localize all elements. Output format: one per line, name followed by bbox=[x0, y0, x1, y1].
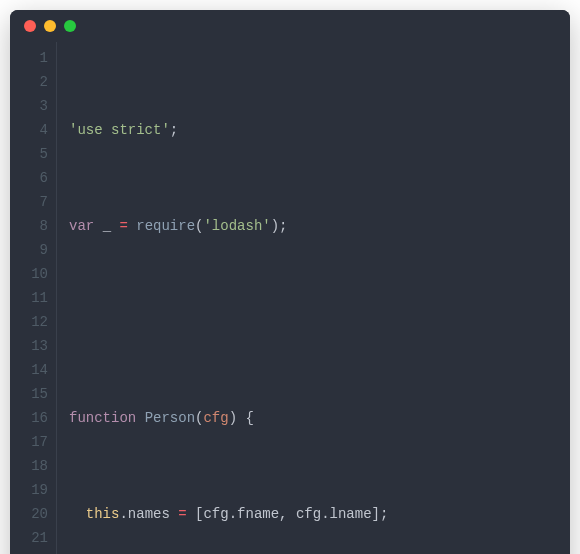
line-number: 16 bbox=[10, 406, 48, 430]
this-keyword: this bbox=[86, 506, 120, 522]
semicolon: ; bbox=[279, 218, 287, 234]
line-number: 7 bbox=[10, 190, 48, 214]
identifier: _ bbox=[103, 218, 111, 234]
line-number: 19 bbox=[10, 478, 48, 502]
line-number: 11 bbox=[10, 286, 48, 310]
code-editor[interactable]: 1 2 3 4 5 6 7 8 9 10 11 12 13 14 15 16 1… bbox=[10, 42, 570, 554]
line-number: 1 bbox=[10, 46, 48, 70]
line-number: 15 bbox=[10, 382, 48, 406]
property: names bbox=[128, 506, 170, 522]
line-number: 5 bbox=[10, 142, 48, 166]
dot: . bbox=[229, 506, 237, 522]
property: fname bbox=[237, 506, 279, 522]
code-line[interactable]: function Person(cfg) { bbox=[69, 406, 531, 430]
line-number: 21 bbox=[10, 526, 48, 550]
identifier: cfg bbox=[296, 506, 321, 522]
line-number: 10 bbox=[10, 262, 48, 286]
bracket-close: ] bbox=[372, 506, 380, 522]
line-number: 3 bbox=[10, 94, 48, 118]
paren-close: ) bbox=[271, 218, 279, 234]
space bbox=[94, 218, 102, 234]
line-number-gutter: 1 2 3 4 5 6 7 8 9 10 11 12 13 14 15 16 1… bbox=[10, 42, 57, 554]
line-number: 6 bbox=[10, 166, 48, 190]
string-literal: 'use strict' bbox=[69, 122, 170, 138]
comma: , bbox=[279, 506, 296, 522]
code-line[interactable]: this.names = [cfg.fname, cfg.lname]; bbox=[69, 502, 531, 526]
line-number: 2 bbox=[10, 70, 48, 94]
code-line[interactable]: var _ = require('lodash'); bbox=[69, 214, 531, 238]
parameter: cfg bbox=[203, 410, 228, 426]
indent bbox=[69, 506, 86, 522]
dot: . bbox=[321, 506, 329, 522]
function-call: require bbox=[136, 218, 195, 234]
keyword: var bbox=[69, 218, 94, 234]
function-name: Person bbox=[145, 410, 195, 426]
brace-open: { bbox=[237, 410, 254, 426]
semicolon: ; bbox=[170, 122, 178, 138]
minimize-icon[interactable] bbox=[44, 20, 56, 32]
line-number: 9 bbox=[10, 238, 48, 262]
window-titlebar bbox=[10, 10, 570, 42]
string-literal: 'lodash' bbox=[203, 218, 270, 234]
line-number: 8 bbox=[10, 214, 48, 238]
editor-window: 1 2 3 4 5 6 7 8 9 10 11 12 13 14 15 16 1… bbox=[10, 10, 570, 554]
keyword: function bbox=[69, 410, 136, 426]
code-line[interactable] bbox=[69, 310, 531, 334]
code-area[interactable]: 'use strict'; var _ = require('lodash');… bbox=[57, 42, 531, 554]
identifier: cfg bbox=[203, 506, 228, 522]
line-number: 17 bbox=[10, 430, 48, 454]
line-number: 13 bbox=[10, 334, 48, 358]
maximize-icon[interactable] bbox=[64, 20, 76, 32]
close-icon[interactable] bbox=[24, 20, 36, 32]
paren-close: ) bbox=[229, 410, 237, 426]
line-number: 20 bbox=[10, 502, 48, 526]
space bbox=[136, 410, 144, 426]
equals: = bbox=[111, 218, 136, 234]
property: lname bbox=[330, 506, 372, 522]
line-number: 14 bbox=[10, 358, 48, 382]
line-number: 12 bbox=[10, 310, 48, 334]
semicolon: ; bbox=[380, 506, 388, 522]
code-line[interactable]: 'use strict'; bbox=[69, 118, 531, 142]
dot: . bbox=[119, 506, 127, 522]
line-number: 4 bbox=[10, 118, 48, 142]
line-number: 18 bbox=[10, 454, 48, 478]
equals: = bbox=[170, 506, 195, 522]
